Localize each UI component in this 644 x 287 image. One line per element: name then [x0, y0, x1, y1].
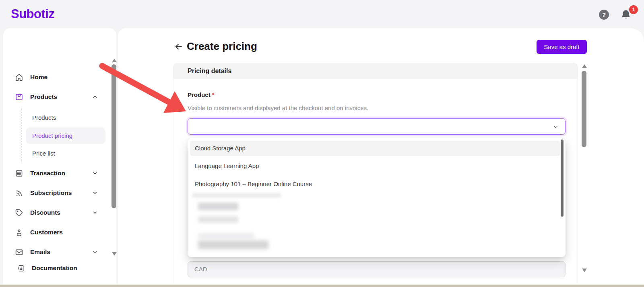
sidebar-item-label: Products — [30, 93, 57, 100]
sidebar-subitem-products[interactable]: Products — [32, 111, 56, 123]
sidebar-item-products[interactable]: Products — [3, 91, 116, 103]
subnav-connector — [21, 108, 22, 162]
sidebar-item-discounts[interactable]: Discounts — [3, 207, 116, 219]
save-as-draft-button[interactable]: Save as draft — [537, 40, 587, 54]
chevron-up-icon — [92, 94, 98, 100]
chevron-down-icon — [92, 249, 98, 255]
product-field-label: Product * — [188, 91, 215, 98]
sidebar-item-label: Customers — [30, 229, 63, 236]
product-select-value — [188, 123, 194, 129]
sidebar-item-label: Transaction — [30, 170, 65, 177]
sidebar-scroll-up-arrow[interactable] — [112, 59, 117, 62]
sidebar-scrollbar-thumb[interactable] — [111, 64, 116, 208]
product-select[interactable] — [188, 118, 566, 135]
sidebar-item-subscriptions[interactable]: Subscriptions — [3, 187, 116, 199]
sidebar-subitem-label: Price list — [32, 150, 55, 157]
redacted-option — [198, 203, 238, 210]
sidebar-subitem-label: Product pricing — [32, 132, 72, 139]
page-title: Create pricing — [187, 40, 257, 53]
currency-input[interactable]: CAD — [188, 261, 566, 277]
sidebar: Home Products Products Product pricing P… — [3, 28, 116, 285]
help-icon[interactable]: ? — [599, 10, 609, 20]
sidebar-item-label: Documentation — [32, 264, 77, 272]
required-asterisk: * — [212, 91, 215, 98]
document-icon — [16, 264, 25, 273]
window-bottom-edge — [0, 285, 644, 287]
chevron-down-icon — [553, 124, 559, 131]
sidebar-subitem-product-pricing[interactable]: Product pricing — [26, 127, 105, 144]
sidebar-scroll-down-arrow[interactable] — [112, 252, 117, 256]
dropdown-scrollbar-thumb[interactable] — [561, 139, 564, 217]
dropdown-option[interactable]: Cloud Storage App — [190, 141, 560, 156]
rss-icon — [14, 189, 23, 197]
sidebar-item-customers[interactable]: Customers — [3, 226, 116, 238]
sidebar-subitem-label: Products — [32, 114, 56, 121]
sidebar-item-label: Emails — [30, 248, 50, 256]
product-helper-text: Visible to customers and displayed at th… — [188, 105, 368, 111]
app-logo[interactable]: Subotiz — [11, 7, 54, 21]
list-icon — [14, 169, 23, 178]
sidebar-item-transaction[interactable]: Transaction — [3, 167, 116, 179]
redacted-option — [198, 240, 268, 249]
main-scrollbar-thumb[interactable] — [582, 71, 586, 147]
card-header-title: Pricing details — [188, 63, 231, 79]
dropdown-option[interactable]: Photography 101 – Beginner Online Course — [190, 176, 560, 192]
card-header: Pricing details — [173, 63, 578, 79]
sidebar-item-label: Home — [30, 74, 47, 81]
top-header: Subotiz ? 1 — [0, 0, 644, 28]
sidebar-subitem-price-list[interactable]: Price list — [32, 147, 55, 159]
redacted-option — [198, 233, 254, 239]
redacted-option — [198, 216, 238, 223]
chevron-down-icon — [92, 190, 98, 196]
home-icon — [14, 73, 23, 82]
back-button[interactable] — [174, 42, 184, 51]
redacted-option — [192, 193, 281, 198]
main-scroll-down-arrow[interactable] — [582, 269, 587, 272]
package-icon — [14, 92, 23, 101]
sidebar-item-documentation[interactable]: Documentation — [3, 262, 116, 274]
dropdown-option[interactable]: Language Learning App — [190, 158, 560, 174]
sidebar-item-emails[interactable]: Emails — [3, 246, 116, 258]
mail-icon — [14, 248, 23, 256]
sidebar-item-label: Subscriptions — [30, 189, 72, 197]
product-label-text: Product — [188, 91, 211, 98]
user-icon — [14, 228, 23, 237]
notification-badge: 1 — [629, 5, 638, 14]
tag-icon — [14, 208, 23, 217]
chevron-down-icon — [92, 170, 98, 176]
main-scroll-up-arrow[interactable] — [582, 64, 587, 68]
product-dropdown: Cloud Storage App Language Learning App … — [188, 138, 566, 257]
sidebar-item-label: Discounts — [30, 209, 60, 216]
sidebar-item-home[interactable]: Home — [3, 71, 116, 83]
chevron-down-icon — [92, 210, 98, 215]
